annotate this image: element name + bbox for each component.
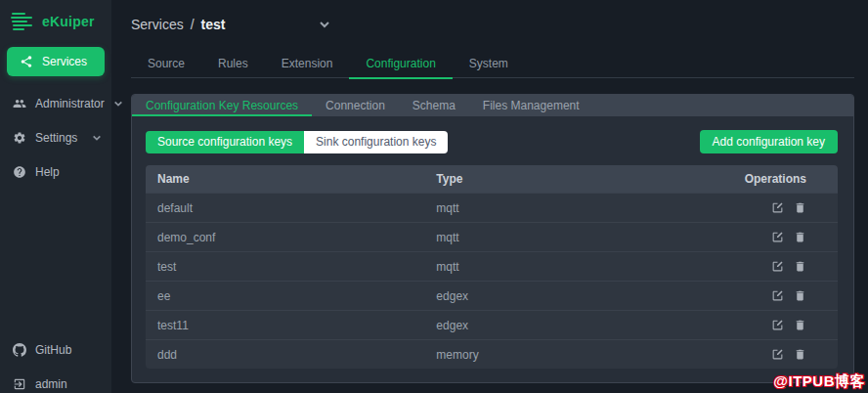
tab-configuration-key-resources[interactable]: Configuration Key Resources	[132, 95, 312, 116]
sidebar-item-settings[interactable]: Settings	[0, 120, 111, 154]
edit-icon[interactable]	[771, 348, 784, 361]
sidebar-item-administrator[interactable]: Administrator	[0, 86, 111, 120]
watermark: @ITPUB博客	[773, 372, 865, 391]
sidebar-item-label: Settings	[35, 131, 83, 145]
logout-icon	[13, 377, 26, 391]
tab-extension[interactable]: Extension	[265, 49, 350, 78]
share-icon	[20, 55, 33, 68]
delete-icon[interactable]	[794, 289, 806, 302]
cell-type: mqtt	[436, 201, 701, 215]
chevron-down-icon	[113, 99, 123, 109]
main-tabs: Source Rules Extension Configuration Sys…	[131, 49, 854, 78]
breadcrumb: Services / test	[131, 0, 854, 49]
sidebar-item-help[interactable]: Help	[0, 154, 111, 189]
sink-configuration-keys-button[interactable]: Sink configuration keys	[304, 131, 448, 153]
cell-name: test11	[146, 319, 436, 332]
users-icon	[13, 97, 26, 110]
cell-type: memory	[436, 348, 701, 362]
cell-type: edgex	[436, 319, 701, 332]
sidebar-item-label: Services	[42, 55, 87, 68]
table-row: ee edgex	[146, 281, 838, 310]
delete-icon[interactable]	[794, 348, 806, 361]
tab-source[interactable]: Source	[131, 49, 201, 78]
app-window: eKuiper Services Administrator Settings	[0, 0, 868, 393]
table-header: Name Type Operations	[146, 165, 838, 193]
sidebar-spacer	[0, 189, 111, 332]
logo-text: eKuiper	[42, 14, 95, 29]
sidebar-item-github[interactable]: GitHub	[0, 332, 111, 367]
controls-row: Source configuration keys Sink configura…	[146, 130, 838, 153]
edit-icon[interactable]	[771, 289, 784, 302]
table-row: test mqtt	[146, 251, 838, 281]
ekuiper-logo-icon	[10, 13, 33, 30]
main-content: Services / test Source Rules Extension C…	[111, 0, 868, 393]
panel-body: Source configuration keys Sink configura…	[132, 116, 853, 382]
tab-schema[interactable]: Schema	[399, 95, 469, 116]
sidebar: eKuiper Services Administrator Settings	[0, 0, 111, 393]
tab-system[interactable]: System	[453, 49, 525, 78]
delete-icon[interactable]	[794, 260, 806, 273]
breadcrumb-current: test	[201, 17, 226, 32]
configuration-keys-table: Name Type Operations default mqtt demo	[146, 165, 838, 369]
cell-type: mqtt	[436, 231, 701, 244]
panel-tabs: Configuration Key Resources Connection S…	[132, 95, 853, 116]
sidebar-footer: GitHub admin	[0, 332, 111, 393]
tab-rules[interactable]: Rules	[201, 49, 265, 78]
tab-connection[interactable]: Connection	[312, 95, 399, 116]
gear-icon	[13, 131, 26, 145]
edit-icon[interactable]	[771, 201, 784, 214]
table-row: ddd memory	[146, 339, 838, 369]
logo: eKuiper	[0, 0, 111, 42]
table-row: demo_conf mqtt	[146, 222, 838, 251]
sidebar-item-label: admin	[35, 377, 102, 391]
cell-name: demo_conf	[146, 231, 436, 244]
chevron-down-icon	[92, 133, 102, 143]
add-configuration-key-button[interactable]: Add configuration key	[700, 130, 838, 153]
configuration-panel: Configuration Key Resources Connection S…	[131, 94, 854, 383]
cell-name: ee	[146, 289, 436, 303]
help-icon	[13, 165, 26, 179]
sidebar-item-label: Help	[35, 165, 102, 179]
cell-name: ddd	[146, 348, 436, 362]
github-icon	[13, 343, 26, 357]
cell-type: edgex	[436, 289, 701, 303]
edit-icon[interactable]	[771, 319, 784, 331]
column-header-operations: Operations	[701, 172, 838, 186]
delete-icon[interactable]	[794, 231, 806, 243]
column-header-type: Type	[436, 172, 701, 186]
key-type-toggle: Source configuration keys Sink configura…	[146, 131, 448, 153]
edit-icon[interactable]	[771, 260, 784, 273]
sidebar-item-admin[interactable]: admin	[0, 367, 111, 393]
column-header-name: Name	[146, 172, 436, 186]
sidebar-item-label: Administrator	[35, 97, 105, 110]
sidebar-item-label: GitHub	[35, 343, 102, 357]
tab-files-management[interactable]: Files Management	[469, 95, 593, 116]
table-row: default mqtt	[146, 193, 838, 222]
breadcrumb-root: Services	[131, 17, 184, 32]
tab-configuration[interactable]: Configuration	[349, 49, 452, 78]
source-configuration-keys-button[interactable]: Source configuration keys	[146, 131, 304, 153]
edit-icon[interactable]	[771, 231, 784, 243]
breadcrumb-separator: /	[191, 17, 195, 32]
sidebar-item-services[interactable]: Services	[7, 47, 105, 76]
cell-type: mqtt	[436, 260, 701, 274]
service-dropdown-chevron-icon[interactable]	[319, 19, 330, 30]
delete-icon[interactable]	[794, 319, 806, 331]
delete-icon[interactable]	[794, 201, 806, 214]
cell-name: test	[146, 260, 436, 274]
cell-name: default	[146, 201, 436, 215]
table-row: test11 edgex	[146, 310, 838, 339]
